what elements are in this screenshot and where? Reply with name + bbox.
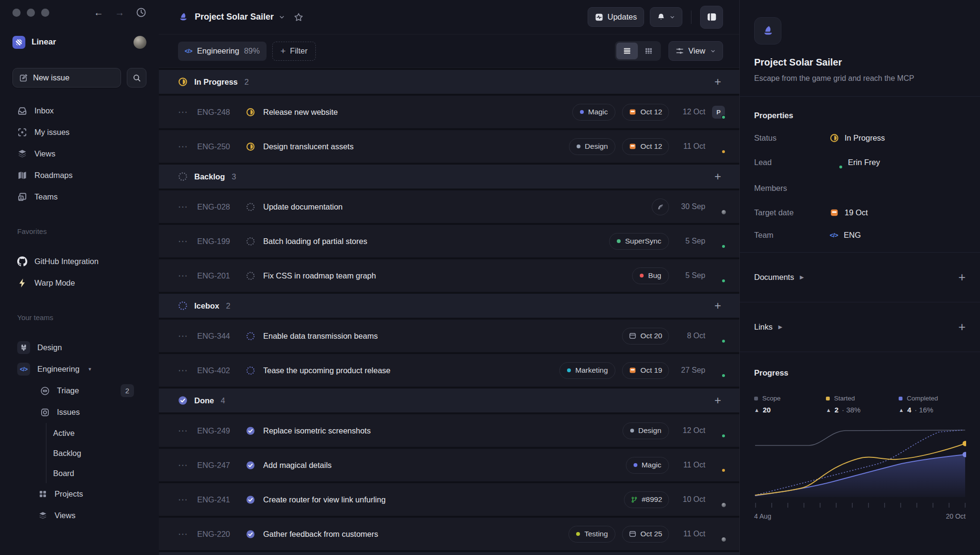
list-view-button[interactable] [616,43,638,59]
chevron-down-icon[interactable] [278,14,285,21]
assignee-avatar[interactable] [712,269,725,282]
issue-row[interactable]: ⋯ ENG-248 Release new website Magic Oct … [159,96,739,128]
add-filter-button[interactable]: + Filter [272,42,316,61]
drag-handle-icon[interactable]: ⋯ [178,459,197,471]
sidebar-item-projects[interactable]: Projects [0,483,159,505]
label-chip[interactable]: SuperSync [609,233,669,250]
done-status-icon[interactable] [246,461,255,470]
drag-handle-icon[interactable]: ⋯ [178,330,197,342]
sidebar-item-teams[interactable]: Teams [0,186,159,208]
sidebar-item-roadmaps[interactable]: Roadmaps [0,165,159,186]
window-dot-zoom[interactable] [41,9,49,17]
assignee-avatar[interactable] [712,459,725,472]
due-date-chip[interactable]: Oct 12 [622,104,669,121]
status-value[interactable]: In Progress [830,133,885,143]
project-description[interactable]: Escape from the game grid and reach the … [754,74,966,83]
in-progress-status-icon[interactable] [246,108,255,117]
issue-title[interactable]: Fix CSS in roadmap team graph [263,271,376,280]
assignee-avatar[interactable] [712,140,725,153]
search-button[interactable] [127,68,146,88]
sidebar-item-team-views[interactable]: Views [0,505,159,526]
in-progress-status-icon[interactable] [246,142,255,151]
label-chip[interactable]: Magic [572,104,615,121]
pull-request-chip[interactable]: #8992 [624,491,669,508]
window-dot-close[interactable] [12,9,21,17]
favorite-warp-mode[interactable]: Warp Mode [0,272,159,294]
assignee-avatar[interactable] [712,364,725,377]
sidebar-item-active[interactable]: Active [46,423,159,443]
backlog-status-icon[interactable] [246,237,255,246]
icebox-status-icon[interactable] [246,366,255,375]
nav-back-icon[interactable]: ← [94,8,103,17]
drag-handle-icon[interactable]: ⋯ [178,365,197,376]
issue-title[interactable]: Batch loading of partial stores [263,237,367,246]
team-design[interactable]: Design [0,337,159,358]
issue-row[interactable]: ⋯ ENG-247 Add magical details Magic 11 O… [159,449,739,481]
issue-title[interactable]: Gather feedback from customers [263,530,378,539]
done-status-icon[interactable] [246,426,255,435]
signal-attachment-chip[interactable] [652,199,669,215]
favorite-star-icon[interactable] [294,12,303,22]
issue-title[interactable]: Add magical details [263,461,332,470]
favorite-github-integration[interactable]: GitHub Integration [0,251,159,272]
user-avatar[interactable] [134,36,146,49]
sidebar-item-issues[interactable]: Issues [0,401,159,423]
drag-handle-icon[interactable]: ⋯ [178,270,197,281]
new-issue-button[interactable]: New issue [12,68,121,88]
drag-handle-icon[interactable]: ⋯ [178,141,197,152]
done-status-icon[interactable] [246,495,255,504]
label-chip[interactable]: Testing [568,526,615,543]
drag-handle-icon[interactable]: ⋯ [178,201,197,212]
assignee-avatar[interactable] [712,528,725,541]
issue-row[interactable]: ⋯ ENG-344 Enable data transmission beams… [159,320,739,352]
links-section[interactable]: Links ▶ + [740,302,980,352]
label-chip[interactable]: Marketing [559,362,615,379]
issue-row[interactable]: ⋯ ENG-241 Create router for view link un… [159,483,739,516]
history-clock-icon[interactable] [136,7,146,18]
sidebar-item-board[interactable]: Board [46,463,159,483]
view-options-button[interactable]: View [668,41,723,61]
assignee-avatar[interactable] [712,493,725,506]
chevron-down-icon[interactable]: ▾ [89,366,91,372]
issue-row[interactable]: ⋯ ENG-028 Update documentation 30 Sep [159,190,739,223]
issue-title[interactable]: Update documentation [263,202,343,211]
issue-title[interactable]: Design translucent assets [263,142,354,151]
issue-title[interactable]: Enable data transmission beams [263,332,378,341]
members-value[interactable] [830,182,872,195]
workspace-switcher[interactable]: Linear [0,32,159,53]
assignee-avatar[interactable] [712,200,725,213]
target-date-value[interactable]: 19 Oct [830,208,868,217]
due-date-chip[interactable]: Oct 20 [622,328,669,344]
board-view-button[interactable] [638,43,659,59]
label-chip[interactable]: Design [623,422,669,439]
sidebar-item-inbox[interactable]: Inbox [0,100,159,122]
issue-row[interactable]: ⋯ ENG-249 Replace isometric screenshots … [159,414,739,447]
label-chip[interactable]: Design [569,138,615,155]
due-date-chip[interactable]: Oct 12 [622,138,669,155]
right-panel-toggle-button[interactable] [700,6,723,29]
drag-handle-icon[interactable]: ⋯ [178,425,197,436]
issue-row[interactable]: ⋯ ENG-220 Gather feedback from customers… [159,518,739,550]
team-filter-chip[interactable]: </> Engineering 89% [178,42,267,61]
lead-value[interactable]: Erin Frey [830,156,880,168]
project-icon-box[interactable] [754,17,781,44]
drag-handle-icon[interactable]: ⋯ [178,106,197,118]
due-date-chip[interactable]: Oct 19 [622,362,669,379]
updates-button[interactable]: Updates [588,7,644,27]
issue-row[interactable]: ⋯ ENG-201 Fix CSS in roadmap team graph … [159,259,739,292]
assignee-avatar[interactable] [712,424,725,437]
issue-row[interactable]: ⋯ ENG-402 Tease the upcoming product rel… [159,354,739,387]
add-link-button[interactable]: + [958,320,966,334]
issue-title[interactable]: Tease the upcoming product release [263,366,390,375]
issue-title[interactable]: Replace isometric screenshots [263,426,371,435]
assignee-avatar[interactable] [712,235,725,248]
nav-forward-icon[interactable]: → [115,8,124,17]
issue-row[interactable]: ⋯ ENG-199 Batch loading of partial store… [159,225,739,257]
assignee-avatar[interactable]: P [712,106,725,119]
sidebar-item-my-issues[interactable]: My issues [0,122,159,143]
window-dot-minimize[interactable] [27,9,35,17]
documents-section[interactable]: Documents ▶ + [740,253,980,302]
due-date-chip[interactable]: Oct 25 [622,526,669,543]
done-status-icon[interactable] [246,530,255,539]
team-value[interactable]: </> ENG [830,231,861,240]
